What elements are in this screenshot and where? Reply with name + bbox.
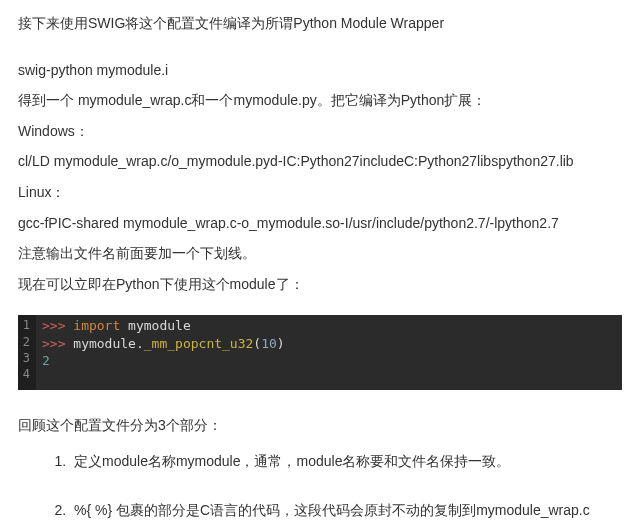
list-item: 定义module名称mymodule，通常，module名称要和文件名保持一致。: [70, 448, 622, 475]
code-block: 1 2 3 4 >>> import mymodule >>> mymodule…: [18, 315, 622, 389]
code-gutter: 1 2 3 4: [18, 315, 36, 389]
line-num: 3: [22, 350, 30, 366]
code-line: >>> import mymodule: [42, 317, 616, 335]
list-item: %{ %} 包裹的部分是C语言的代码，这段代码会原封不动的复制到mymodule…: [70, 497, 622, 524]
line-num: 1: [22, 317, 30, 333]
cmd-linux: gcc-fPIC-shared mymodule_wrap.c-o_mymodu…: [18, 210, 622, 237]
review-heading: 回顾这个配置文件分为3个部分：: [18, 412, 622, 439]
cmd-swig: swig-python mymodule.i: [18, 57, 622, 84]
result-text: 得到一个 mymodule_wrap.c和一个mymodule.py。把它编译为…: [18, 87, 622, 114]
usage-text: 现在可以立即在Python下使用这个module了：: [18, 271, 622, 298]
code-line: >>> mymodule._mm_popcnt_u32(10): [42, 335, 616, 353]
code-body: >>> import mymodule >>> mymodule._mm_pop…: [36, 315, 622, 389]
line-num: 2: [22, 334, 30, 350]
line-num: 4: [22, 366, 30, 382]
intro-text: 接下来使用SWIG将这个配置文件编译为所谓Python Module Wrapp…: [18, 10, 622, 37]
linux-label: Linux：: [18, 179, 622, 206]
cmd-windows: cl/LD mymodule_wrap.c/o_mymodule.pyd-IC:…: [18, 148, 622, 175]
code-line: [42, 370, 616, 388]
code-line: 2: [42, 352, 616, 370]
note-underscore: 注意输出文件名前面要加一个下划线。: [18, 240, 622, 267]
windows-label: Windows：: [18, 118, 622, 145]
parts-list: 定义module名称mymodule，通常，module名称要和文件名保持一致。…: [70, 448, 622, 530]
